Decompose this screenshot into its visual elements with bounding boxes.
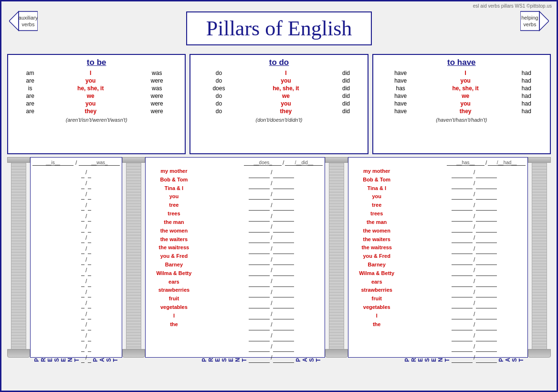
write-line-pair: / xyxy=(452,330,497,341)
subject-item: you & Fred xyxy=(363,252,390,261)
subject-list-2: my mother Bob & Tom Tina & I you tree tr… xyxy=(350,167,403,363)
have-present-example: __has__ xyxy=(447,160,484,166)
pillar-shaft xyxy=(11,163,26,349)
past-cell: had xyxy=(508,85,545,92)
subject-item: the waiters xyxy=(160,235,188,244)
to-have-table: to have have I had have you had has he, … xyxy=(372,54,551,154)
auxiliary-verbs-label: auxiliary verbs xyxy=(19,14,38,28)
pillar-3 xyxy=(325,157,348,358)
have-practice-body: my mother Bob & Tom Tina & I you tree tr… xyxy=(350,167,526,363)
write-line-pair: / xyxy=(249,308,294,319)
to-be-table: to be am I was are you were is he, she, … xyxy=(7,54,186,154)
table-row: are you were xyxy=(13,77,180,85)
write-line-pair: / xyxy=(81,330,91,341)
helping-verbs-label: helping verbs xyxy=(520,14,539,28)
pronoun-cell: you xyxy=(423,100,508,107)
write-line-pair: / xyxy=(249,167,294,178)
subject-item: Barney xyxy=(368,261,386,269)
pillar-base xyxy=(325,349,348,358)
be-lines: / / / / / / / / / / / / / / / / / xyxy=(81,167,91,363)
past-cell: were xyxy=(134,107,180,115)
pronoun-cell: I xyxy=(242,69,330,77)
past-cell: did xyxy=(329,107,362,115)
aux-cell: have xyxy=(378,100,423,107)
pronoun-cell: you xyxy=(47,100,134,107)
subject-item: Bob & Tom xyxy=(160,176,188,184)
write-line-pair: / xyxy=(452,341,497,352)
table-row: are we were xyxy=(13,92,180,100)
write-line-pair: / xyxy=(249,233,294,244)
table-row: do they did xyxy=(195,107,362,115)
write-line-pair: / xyxy=(81,254,91,265)
pronoun-cell: we xyxy=(423,92,508,100)
write-line-pair: / xyxy=(81,233,91,244)
aux-cell: do xyxy=(195,69,242,77)
aux-cell: are xyxy=(13,77,47,85)
pillar-base xyxy=(7,349,30,358)
pronoun-cell: he, she, it xyxy=(47,85,134,92)
subject-item: Barney xyxy=(165,261,183,269)
aux-cell: have xyxy=(378,69,423,77)
write-line-pair: / xyxy=(452,276,497,287)
write-line-pair: / xyxy=(452,200,497,211)
table-row: are you were xyxy=(13,100,180,107)
table-row: have I had xyxy=(378,69,545,77)
do-past-example: /__did__ xyxy=(285,160,323,166)
aux-cell: are xyxy=(13,92,47,100)
past-cell: had xyxy=(508,107,545,115)
table-row: have we had xyxy=(378,92,545,100)
table-row: do we did xyxy=(195,92,362,100)
main-title: Pillars of English xyxy=(206,16,352,41)
write-line-pair: / xyxy=(249,297,294,308)
subject-item: you & Fred xyxy=(160,252,188,261)
past-cell: had xyxy=(508,77,545,85)
write-line-pair: / xyxy=(452,233,497,244)
write-line-pair: / xyxy=(81,200,91,211)
write-line-pair: / xyxy=(81,287,91,298)
write-line-pair: / xyxy=(452,297,497,308)
pronoun-cell: I xyxy=(423,69,508,77)
subject-item: the waitress xyxy=(159,244,190,252)
pillar-shaft xyxy=(532,163,547,349)
present-label-have: PRESENT xyxy=(403,167,452,363)
aux-cell: has xyxy=(378,85,423,92)
write-line-pair: / xyxy=(249,352,294,363)
pillar-right xyxy=(528,157,551,358)
pronoun-cell: they xyxy=(242,107,330,115)
write-line-pair: / xyxy=(249,200,294,211)
be-past-example: __was_ xyxy=(79,160,120,166)
table-row: have they had xyxy=(378,107,545,115)
pronoun-cell: he, she, it xyxy=(423,85,508,92)
page: esl aid verbs pillars WS1 ©pittstop.us a… xyxy=(0,0,558,392)
be-practice-body: PRESENT / / / / / / / / / / / / / / / xyxy=(32,167,120,363)
subject-item: trees xyxy=(370,210,383,218)
write-line-pair: / xyxy=(452,211,497,222)
to-have-negative: (haven't/hasn't/hadn't) xyxy=(378,117,545,123)
write-line-pair: / xyxy=(249,178,294,189)
watermark-text: esl aid verbs pillars WS1 ©pittstop.us xyxy=(473,3,552,9)
table-row: do you did xyxy=(195,100,362,107)
subject-item: ears xyxy=(371,278,382,286)
subject-item: Wilma & Betty xyxy=(156,269,191,278)
write-line-pair: / xyxy=(81,178,91,189)
past-cell: were xyxy=(134,77,180,85)
subject-item: the waiters xyxy=(363,235,390,244)
aux-cell: have xyxy=(378,92,423,100)
top-banner: auxiliary verbs Pillars of English helpi… xyxy=(4,4,554,52)
aux-cell: do xyxy=(195,107,242,115)
aux-cell: are xyxy=(13,100,47,107)
write-line-pair: / xyxy=(452,243,497,254)
table-row: are they were xyxy=(13,107,180,115)
subject-item: strawberries xyxy=(361,286,392,295)
aux-cell: do xyxy=(195,92,242,100)
aux-cell: does xyxy=(195,85,242,92)
past-cell: were xyxy=(134,100,180,107)
verb-tables-row: to be am I was are you were is he, she, … xyxy=(7,54,551,154)
past-label-have: PAST xyxy=(497,167,526,363)
do-lines: / / / / / / / / / / / / / / / / / xyxy=(249,167,294,363)
subject-item: Bob & Tom xyxy=(363,176,390,184)
subject-item: the man xyxy=(367,218,387,227)
subject-item: vegetables xyxy=(363,303,390,312)
pillar-shaft xyxy=(126,163,141,349)
subject-item: the women xyxy=(160,227,188,235)
